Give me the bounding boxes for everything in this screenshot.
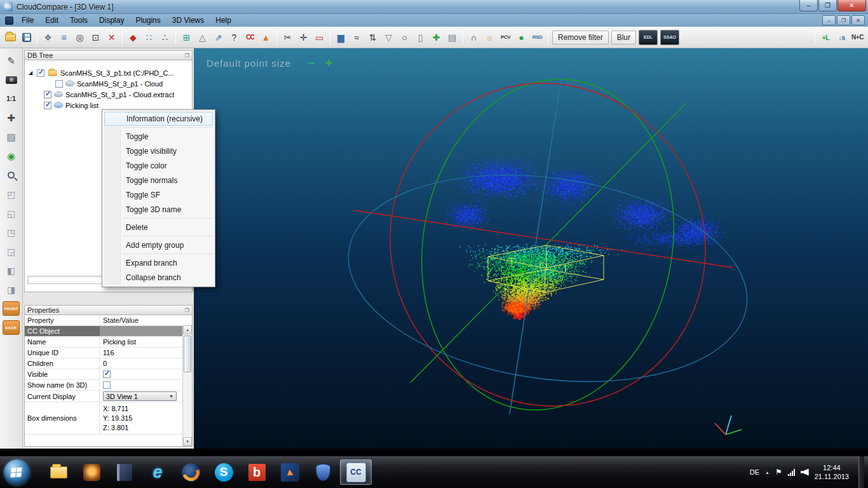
tree-item-cloud-extract[interactable]: ScanMHS_St_3_p1 - Cloud.extract [25,89,192,100]
context-item-toggle-color[interactable]: Toggle color [104,158,214,173]
pick-rotation-center-button[interactable]: ? [226,29,242,46]
hidden-icons-arrow-icon[interactable]: ▲ [765,470,770,475]
remove-filter-button[interactable]: Remove filter [552,30,609,44]
volume-icon[interactable] [801,469,809,476]
ransac-sd-button[interactable]: RSD [529,29,545,46]
point-list-picking-button[interactable]: ⊡ [88,29,104,46]
scroll-down-icon[interactable]: ▼ [183,437,192,446]
viewport-3d[interactable]: Default point size − + [194,48,868,449]
increase-point-size-button[interactable]: + [325,56,333,71]
clipping-box-button[interactable]: ▭ [311,29,327,46]
compute-octree-button[interactable]: ⊞ [179,29,194,46]
mdi-restore-button[interactable]: ❐ [837,15,850,25]
context-item-toggle-3d-name[interactable]: Toggle 3D name [104,202,214,217]
console-button[interactable]: ≡ [56,29,72,46]
current-display-select[interactable]: 3D View 1 ▼ [103,391,177,401]
menu-tools[interactable]: Tools [64,15,93,26]
zoom-fit-button[interactable]: ✚ [3,111,20,125]
gl-filter-s-button[interactable]: ↓s [834,29,850,46]
maximize-button[interactable]: ❐ [818,0,837,11]
rgb-colors-button[interactable]: ∷ [141,29,157,46]
gl-filter-l-button[interactable]: +L [818,29,834,46]
taskbar-icon-explorer[interactable] [43,459,74,485]
decrease-point-size-button[interactable]: − [308,56,315,71]
screenshot-button[interactable] [3,72,20,87]
menu-plugins[interactable]: Plugins [130,15,166,26]
ssao-sphere-button[interactable]: ● [513,29,529,46]
mdi-minimize-button[interactable]: – [822,15,836,25]
show-name-checkbox[interactable] [103,381,111,389]
taskbar-icon-notes[interactable] [109,459,140,485]
taskbar-icon-firefox[interactable] [175,459,207,485]
show-histogram-button[interactable]: ▆ [333,29,349,46]
pivot-visibility-button[interactable]: ❖ [40,29,56,46]
pcv-sun-button[interactable]: ☼ [482,29,498,46]
sf-filter-button[interactable]: ▽ [381,29,397,46]
context-item-collapse-branch[interactable]: Collapse branch [104,270,214,285]
minimize-button[interactable]: – [799,0,818,11]
point-picking-button[interactable]: ◎ [72,29,88,46]
compute-mesh-button[interactable]: △ [194,29,210,46]
network-icon[interactable] [788,469,795,476]
menu-file[interactable]: File [16,15,39,26]
global-zoom-button[interactable]: ◉ [3,149,20,163]
action-center-flag-icon[interactable]: ⚑ [775,468,782,477]
mdi-document-icon[interactable] [5,17,13,25]
translate-rotate-button[interactable]: ✛ [295,29,311,46]
cc-histogram-button[interactable]: CC [242,29,258,46]
view-iso-back-button[interactable]: BACK [3,320,20,335]
tree-item-cloud[interactable]: ScanMHS_St_3_p1 - Cloud [25,78,192,89]
scroll-up-icon[interactable]: ▲ [183,325,192,334]
primitive-button[interactable]: ▲ [258,29,274,46]
context-item-toggle-normals[interactable]: Toggle normals [104,173,214,187]
tree-checkbox[interactable] [44,91,51,98]
scrollbar-thumb[interactable] [184,336,191,372]
taskbar-icon-skype[interactable]: S [208,459,240,485]
view-left-button[interactable]: ◧ [3,263,20,278]
menu-edit[interactable]: Edit [39,15,64,26]
close-button[interactable]: ✕ [837,0,866,11]
delete-button[interactable]: ✕ [104,29,119,46]
blur-button[interactable]: Blur [611,30,636,44]
context-item-toggle-visibility[interactable]: Toggle visibility [104,144,214,158]
properties-scrollbar[interactable]: ▲ ▼ [182,325,192,446]
context-item-add-empty-group[interactable]: Add empty group [104,238,214,252]
sf-gradient-button[interactable]: ≈ [349,29,365,46]
tree-checkbox[interactable] [44,102,51,109]
context-item-toggle-sf[interactable]: Toggle SF [104,187,214,202]
pcv-plugin-button[interactable]: PCV [498,29,513,46]
taskbar-icon-matlab[interactable]: ▲ [274,459,306,485]
show-desktop-button[interactable] [858,456,864,488]
taskbar-clock[interactable]: 12:44 21.11.2013 [815,463,849,481]
add-sf-button[interactable]: ✚ [428,29,444,46]
sphere-tool-button[interactable]: ○ [397,29,412,46]
zoom-1-1-button[interactable]: 1:1 [3,92,20,106]
taskbar-icon-internet-explorer[interactable]: e [142,459,173,485]
menu-display[interactable]: Display [93,15,130,26]
db-tree-header[interactable]: DB Tree ❐ [24,50,193,60]
cylinder-tool-button[interactable]: ▯ [412,29,428,46]
magnify-button[interactable] [3,168,20,182]
display-options-button[interactable]: ▨ [3,130,20,144]
segment-button[interactable]: ✂ [280,29,295,46]
mdi-close-button[interactable]: ✕ [851,15,865,25]
language-indicator[interactable]: DE [750,468,759,476]
tree-filter-box[interactable] [27,276,102,284]
float-panel-icon[interactable]: ❐ [185,308,189,313]
view-bottom-button[interactable]: ◱ [3,206,20,220]
open-button[interactable] [3,29,18,46]
edl-shader-button[interactable]: EDL [639,30,658,45]
view-right-button[interactable]: ◨ [3,282,20,297]
hpr-plugin-button[interactable]: ∩ [466,29,482,46]
visible-checkbox[interactable] [103,370,111,378]
menu-help[interactable]: Help [210,15,237,26]
context-item-information[interactable]: Information (recursive) [104,112,213,126]
sf-minmax-button[interactable]: ⇅ [365,29,381,46]
save-button[interactable] [18,29,34,46]
start-button[interactable] [4,459,30,485]
view-back-button[interactable]: ◲ [3,244,20,259]
context-item-delete[interactable]: Delete [104,220,214,234]
subsample-button[interactable]: ∴ [157,29,173,46]
pick-tool-button[interactable]: ✎ [3,53,20,68]
menu-3d-views[interactable]: 3D Views [166,15,210,26]
